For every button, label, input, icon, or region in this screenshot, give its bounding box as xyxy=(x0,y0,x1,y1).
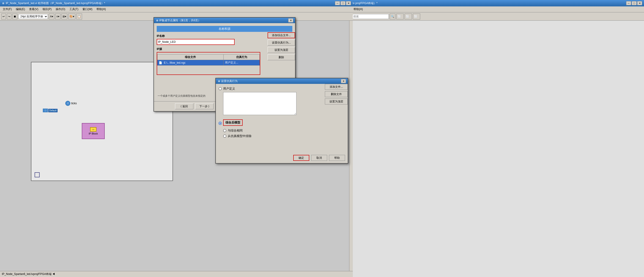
sim-set-top-btn[interactable]: 设置为顶层 xyxy=(325,98,348,104)
right-title-text: lv proj/FPGA终端）* xyxy=(352,1,378,5)
toolbar-redo[interactable]: ↪ xyxy=(7,14,12,20)
set-top-btn[interactable]: 设置为顶层 xyxy=(268,47,295,53)
menu-help-right[interactable]: 帮助(H) xyxy=(352,7,365,12)
menu-project[interactable]: 项目(P) xyxy=(40,7,54,12)
radio-synthesis[interactable] xyxy=(218,122,222,125)
corner-indicator xyxy=(34,172,40,177)
minimize-btn-right[interactable]: ─ xyxy=(626,1,631,5)
radio-user-defined-label: 用户定义 xyxy=(223,86,235,91)
menu-file[interactable]: 文件(F) xyxy=(1,7,14,12)
ip-table-wrapper: 综合文件 仿真行为 📄 E:\...\flow_led.ngc 用户定义... xyxy=(157,52,260,75)
ip-name-input[interactable] xyxy=(157,39,234,45)
right-toolbar-btn2[interactable]: ⬜ xyxy=(404,14,412,20)
ip-source-label: IP源 xyxy=(157,47,260,51)
ticks-icon: ⏱ xyxy=(65,101,70,106)
radio-same-row: 与综合相同 xyxy=(223,128,345,133)
add-synthesis-btn[interactable]: 添加综合文件... xyxy=(268,32,295,38)
ip-name-label: IP名称 xyxy=(157,34,260,38)
right-menu-bar: 帮助(H) xyxy=(351,6,644,12)
main-menu-bar: 文件(F) 编辑(E) 查看(V) 项目(P) 操作(O) 工具(T) 窗口(W… xyxy=(0,6,353,12)
sim-buttons: 添加文件... 删除文件 设置为顶层 xyxy=(325,84,348,104)
radio-same-as-synthesis[interactable] xyxy=(223,129,226,132)
right-toolbar-btn3[interactable]: ⬜ xyxy=(413,14,420,20)
cell-behavior: 用户定义... xyxy=(224,60,260,66)
maximize-btn-right[interactable]: □ xyxy=(632,1,637,5)
right-panel: lv proj/FPGA终端）* ─ □ ✕ 帮助(H) 🔍 ⬜ ⬜ ⬜ CSD… xyxy=(351,0,644,277)
radio-user-defined[interactable] xyxy=(218,87,222,90)
status-bar: IP_Node_Spartan6_led.lvproj/FPGA终端 ◀ xyxy=(0,271,353,277)
table-row[interactable]: 📄 E:\...\flow_led.ngc 用户定义... xyxy=(158,60,260,66)
radio-user-defined-row: 用户定义 xyxy=(218,86,318,91)
menu-edit[interactable]: 编辑(E) xyxy=(14,7,27,12)
ticks-group: ⏱ ticks xyxy=(65,101,77,106)
sim-titlebar: 🖥 设置仿真行为 ✕ xyxy=(216,78,348,84)
font-select[interactable]: 24pt 应用程序字体 xyxy=(18,14,48,19)
ticks-text: ticks xyxy=(71,102,77,105)
menu-view[interactable]: 查看(V) xyxy=(27,7,40,12)
maximize-btn[interactable]: □ xyxy=(340,1,346,5)
main-title-bar: 🖥 IP_Node_Spartan6_led.vi 程序框图（IP_Node_S… xyxy=(0,0,353,6)
delete-btn[interactable]: 删除 xyxy=(268,54,295,60)
next-btn[interactable]: 下一步 ⟩ xyxy=(195,103,214,109)
scrollbar-vertical[interactable] xyxy=(349,20,353,277)
close-btn-right[interactable]: ✕ xyxy=(637,1,642,5)
status-text: IP_Node_Spartan6_led.lvproj/FPGA终端 ◀ xyxy=(2,272,55,276)
ip-props-close-btn[interactable]: ✕ xyxy=(288,18,293,22)
toolbar-layout[interactable]: ⊞▾ xyxy=(62,14,67,20)
section-header: 名称和源 xyxy=(157,26,292,32)
sim-delete-file-btn[interactable]: 删除文件 xyxy=(325,91,348,97)
ip-props-title: IP集成节点属性（第1页，共6页） xyxy=(159,18,201,22)
set-simulation-btn[interactable]: 设置仿真行为... xyxy=(268,40,295,46)
col-simulation: 仿真行为 xyxy=(224,54,260,60)
same-as-synthesis-label: 与综合相同 xyxy=(228,128,242,133)
toolbar-color[interactable]: 🎨▾ xyxy=(68,14,75,20)
right-title-bar: lv proj/FPGA终端）* ─ □ ✕ xyxy=(351,0,644,6)
synthesis-label: 综合后模型 xyxy=(223,119,242,126)
ip-props-titlebar: 🖥 IP集成节点属性（第1页，共6页） ✕ xyxy=(154,18,295,23)
ip-table: 综合文件 仿真行为 📄 E:\...\flow_led.ngc 用户定义... xyxy=(157,54,260,66)
user-defined-group: 用户定义 xyxy=(218,86,318,116)
toolbar-align[interactable]: ≡▾ xyxy=(55,14,60,20)
right-toolbar-btn1[interactable]: ⬜ xyxy=(396,14,404,20)
user-defined-textarea[interactable] xyxy=(223,92,296,115)
sim-close-btn[interactable]: ✕ xyxy=(341,79,346,83)
minimize-btn[interactable]: ─ xyxy=(335,1,340,5)
menu-tools[interactable]: 工具(T) xyxy=(68,7,80,12)
sim-add-file-btn[interactable]: 添加文件... xyxy=(325,84,348,90)
sim-dialog: 🖥 设置仿真行为 ✕ 添加文件... 删除文件 设置为顶层 用户定义 综合后模型 xyxy=(215,78,348,164)
sim-cancel-btn[interactable]: 取消 xyxy=(311,155,327,161)
ip-props-buttons: 添加综合文件... 设置仿真行为... 设置为顶层 删除 xyxy=(268,32,295,60)
col-synthesis: 综合文件 xyxy=(158,54,224,60)
cell-file: 📄 E:\...\flow_led.ngc xyxy=(158,60,224,66)
sim-footer: 确定 取消 帮助 xyxy=(216,152,348,163)
vi-block: ⏱ ticks ⬡ Default □□ IP Block xyxy=(31,62,173,181)
exclude-label: 从仿真模型中排除 xyxy=(228,134,252,138)
toolbar-extra[interactable]: 📋 xyxy=(76,14,82,20)
toolbar-font-size[interactable]: A▾ xyxy=(49,14,54,20)
sim-help-btn[interactable]: 帮助 xyxy=(329,155,345,161)
menu-help[interactable]: 帮助(H) xyxy=(94,7,108,12)
right-toolbar: 🔍 ⬜ ⬜ ⬜ xyxy=(351,12,644,20)
menu-window[interactable]: 窗口(W) xyxy=(81,7,94,12)
main-title-text: IP_Node_Spartan6_led.vi 程序框图（IP_Node_Spa… xyxy=(6,1,105,5)
search-btn[interactable]: 🔍 xyxy=(390,14,396,20)
ip-block-inner-icon: □□ xyxy=(90,127,96,132)
back-btn[interactable]: ⟨ 返回 xyxy=(175,103,193,109)
sim-ok-btn[interactable]: 确定 xyxy=(293,155,309,161)
toolbar-undo[interactable]: ↩ xyxy=(1,14,6,20)
search-input[interactable] xyxy=(352,14,389,19)
ip-block-label: IP Block xyxy=(89,132,98,135)
sim-content: 添加文件... 删除文件 设置为顶层 用户定义 综合后模型 与综合相同 xyxy=(216,84,348,152)
default-icon: ⬡ xyxy=(43,108,48,112)
menu-operate[interactable]: 操作(O) xyxy=(54,7,67,12)
radio-exclude[interactable] xyxy=(223,134,226,138)
sim-title: 设置仿真行为 xyxy=(221,79,238,83)
default-label: Default xyxy=(48,109,58,112)
radio-exclude-row: 从仿真模型中排除 xyxy=(223,134,345,138)
ip-block-node[interactable]: □□ IP Block xyxy=(82,123,105,139)
radio-synthesis-row: 综合后模型 xyxy=(218,119,345,127)
toolbar-stop[interactable]: ⏹ xyxy=(12,14,18,20)
close-btn[interactable]: ✕ xyxy=(346,1,351,5)
synthesis-section: 综合后模型 xyxy=(218,119,345,127)
